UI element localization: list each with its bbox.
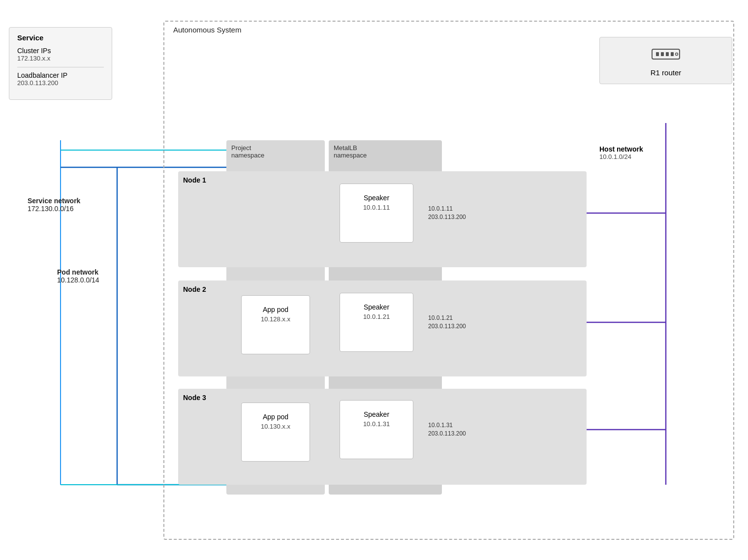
node3-label: Node 3 <box>183 394 206 402</box>
service-network-cidr: 172.130.0.0/16 <box>28 205 73 213</box>
router-icon <box>610 46 722 65</box>
speaker3-ip: 10.0.1.31 <box>345 420 408 428</box>
namespace-project-label: Project namespace <box>226 140 269 159</box>
service-box: Service Cluster IPs 172.130.x.x Loadbala… <box>9 27 112 100</box>
service-item-cluster-ips: Cluster IPs 172.130.x.x <box>17 47 104 62</box>
app3-ip: 10.130.x.x <box>247 423 305 430</box>
speaker1-name: Speaker <box>345 194 408 202</box>
bgp-label-node1: 10.0.1.11 203.0.113.200 <box>428 205 466 221</box>
speaker1-ip: 10.0.1.11 <box>345 204 408 211</box>
speaker2-ip: 10.0.1.21 <box>345 313 408 320</box>
host-network-cidr: 10.0.1.0/24 <box>599 153 643 160</box>
bgp-label-node2: 10.0.1.21 203.0.113.200 <box>428 314 466 331</box>
speaker2-name: Speaker <box>345 303 408 311</box>
app-pod-node3-box: App pod 10.130.x.x <box>241 403 310 462</box>
host-network-title: Host network <box>599 145 643 153</box>
speaker-node1-box: Speaker 10.0.1.11 <box>340 184 413 243</box>
svg-rect-15 <box>666 52 669 56</box>
svg-rect-16 <box>671 52 674 56</box>
speaker-node3-box: Speaker 10.0.1.31 <box>340 400 413 459</box>
bgp-label-node3: 10.0.1.31 203.0.113.200 <box>428 421 466 438</box>
service-network-label: Service network 172.130.0.0/16 <box>28 197 80 213</box>
speaker3-name: Speaker <box>345 410 408 418</box>
service-network-title: Service network <box>28 197 80 205</box>
service-title: Service <box>17 33 104 42</box>
svg-rect-13 <box>656 52 659 56</box>
pod-network-label: Pod network 10.128.0.0/14 <box>57 268 99 284</box>
service-divider <box>17 67 104 67</box>
svg-point-17 <box>676 53 678 56</box>
node1-label: Node 1 <box>183 176 206 184</box>
autonomous-system-label: Autonomous System <box>173 26 241 34</box>
cluster-ips-label: Cluster IPs <box>17 47 104 55</box>
bgp-node1-ip2: 203.0.113.200 <box>428 214 466 220</box>
bgp-node3-ip2: 203.0.113.200 <box>428 430 466 437</box>
cluster-ips-value: 172.130.x.x <box>17 55 104 62</box>
diagram-container: Service Cluster IPs 172.130.x.x Loadbala… <box>0 0 748 560</box>
bgp-node3-ip1: 10.0.1.31 <box>428 422 453 429</box>
speaker-node2-box: Speaker 10.0.1.21 <box>340 293 413 352</box>
bgp-node2-ip1: 10.0.1.21 <box>428 314 453 321</box>
service-item-lb: Loadbalancer IP 203.0.113.200 <box>17 71 104 87</box>
pod-network-cidr: 10.128.0.0/14 <box>57 276 99 284</box>
app3-name: App pod <box>247 413 305 421</box>
bgp-node1-ip1: 10.0.1.11 <box>428 205 453 212</box>
bgp-node2-ip2: 203.0.113.200 <box>428 323 466 330</box>
host-network-label: Host network 10.0.1.0/24 <box>599 145 643 160</box>
namespace-metallb-label: MetalLB namespace <box>329 140 372 159</box>
router-label: R1 router <box>610 68 722 77</box>
lb-ip-value: 203.0.113.200 <box>17 79 104 87</box>
node2-label: Node 2 <box>183 285 206 293</box>
svg-rect-14 <box>661 52 664 56</box>
app2-name: App pod <box>247 306 305 313</box>
app-pod-node2-box: App pod 10.128.x.x <box>241 295 310 354</box>
app2-ip: 10.128.x.x <box>247 315 305 323</box>
router-box: R1 router <box>599 37 732 84</box>
lb-ip-label: Loadbalancer IP <box>17 71 104 79</box>
pod-network-title: Pod network <box>57 268 99 276</box>
